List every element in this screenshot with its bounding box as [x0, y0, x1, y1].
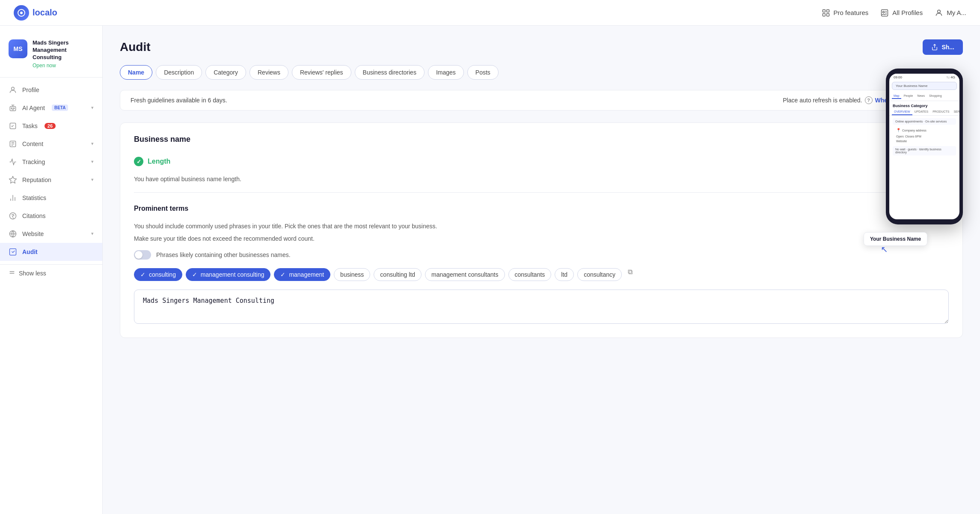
tab-name[interactable]: Name — [120, 65, 152, 80]
toggle-row: Phrases likely containing other business… — [134, 250, 949, 260]
toggle-knob — [135, 251, 143, 259]
phone-hours: Open: Closes 6PM — [893, 134, 956, 139]
auto-refresh-text: Place auto refresh is enabled. — [783, 97, 862, 104]
banner-text: Fresh guidelines available in 6 days. — [131, 97, 227, 104]
phone-tab-products: PRODUCTS — [930, 109, 951, 115]
website-icon — [9, 230, 17, 238]
sidebar-item-tracking[interactable]: Tracking ▾ — [0, 153, 102, 171]
sidebar-item-citations[interactable]: Citations — [0, 207, 102, 225]
sidebar-item-reputation[interactable]: Reputation ▾ — [0, 171, 102, 189]
tag-consulting-ltd[interactable]: consulting ltd — [374, 268, 422, 281]
phone-nav-news: News — [915, 93, 927, 99]
sidebar-profile: MS Mads Singers Management Consulting Op… — [0, 33, 102, 78]
my-account-nav[interactable]: My A... — [935, 9, 966, 17]
sidebar-item-audit[interactable]: Audit — [0, 243, 102, 261]
phone-nav-people: People — [902, 93, 915, 99]
svg-marker-15 — [9, 176, 17, 183]
phone-row-1: Online appointments · On-site services — [893, 118, 956, 125]
sidebar: MS Mads Singers Management Consulting Op… — [0, 26, 103, 514]
length-row: ✓ Length Details — [134, 154, 949, 169]
chevron-down-icon: ▾ — [91, 159, 94, 164]
length-label: ✓ Length — [134, 157, 170, 166]
chevron-down-icon: ▾ — [91, 231, 94, 236]
sidebar-item-tasks[interactable]: Tasks 26 — [0, 117, 102, 135]
layout: MS Mads Singers Management Consulting Op… — [0, 0, 980, 514]
sidebar-item-profile[interactable]: Profile — [0, 81, 102, 99]
tags-container: ✓ consulting ✓ management consulting ✓ m… — [134, 268, 949, 281]
audit-card: Business name ✓ Length Details You have … — [120, 123, 963, 338]
profile-info: Mads Singers Management Consulting Open … — [33, 39, 94, 69]
show-less[interactable]: Show less — [0, 264, 102, 282]
share-button[interactable]: Sh... — [923, 39, 963, 55]
phone-business-name: Business Category — [889, 101, 959, 109]
beta-badge: BETA — [52, 105, 68, 111]
tag-ltd[interactable]: ltd — [555, 268, 574, 281]
chevron-down-icon: ▾ — [91, 141, 94, 146]
svg-rect-6 — [882, 9, 888, 16]
tag-consultants[interactable]: consultants — [508, 268, 552, 281]
tag-consultancy[interactable]: consultancy — [577, 268, 622, 281]
tag-check-icon: ✓ — [192, 271, 197, 278]
tag-check-icon: ✓ — [280, 271, 285, 278]
map-pin-icon: 📍 — [896, 128, 901, 132]
svg-point-7 — [883, 11, 885, 13]
chevron-down-icon: ▾ — [91, 177, 94, 182]
svg-rect-10 — [10, 106, 15, 111]
tag-management-consultants[interactable]: management consultants — [425, 268, 505, 281]
tab-reviews-replies[interactable]: Reviews' replies — [292, 65, 351, 80]
main-content: Audit Sh... Name Description Category Re… — [103, 26, 980, 514]
help-icon[interactable]: ? — [865, 96, 873, 104]
pro-features-nav[interactable]: Pro features — [822, 9, 869, 17]
prominent-row: Prominent terms Details — [134, 201, 949, 216]
tab-images[interactable]: Images — [428, 65, 464, 80]
phone-status-bar: 09:00 ↑↓ 4G — [889, 74, 959, 80]
chevron-down-icon: ▾ — [91, 105, 94, 111]
tab-description[interactable]: Description — [156, 65, 202, 80]
phone-nav-map: Map — [892, 93, 901, 99]
phone-nav: Map People News Shopping — [889, 92, 959, 101]
tab-business-directories[interactable]: Business directories — [355, 65, 425, 80]
profile-name: Mads Singers Management Consulting — [33, 39, 94, 61]
top-nav: localo Pro features All Profiles — [0, 0, 980, 26]
sidebar-item-website[interactable]: Website ▾ — [0, 225, 102, 243]
logo-icon — [14, 5, 29, 21]
page-header: Audit Sh... — [120, 39, 963, 55]
logo[interactable]: localo — [14, 5, 57, 21]
phone-tab-updates: UPDATES — [912, 109, 931, 115]
sidebar-item-ai-agent[interactable]: AI Agent BETA ▾ — [0, 99, 102, 117]
tag-management-consulting[interactable]: ✓ management consulting — [186, 268, 271, 281]
prominent-label: Prominent terms — [134, 205, 188, 212]
reputation-icon — [9, 176, 17, 184]
tabs: Name Description Category Reviews Review… — [120, 65, 963, 80]
tab-category[interactable]: Category — [205, 65, 246, 80]
robot-icon — [9, 104, 17, 112]
tooltip-bubble: Your Business Name — [864, 232, 927, 246]
prominent-desc: You should include commonly used phrases… — [134, 222, 949, 231]
svg-rect-5 — [826, 13, 829, 16]
tag-consulting[interactable]: ✓ consulting — [134, 268, 182, 281]
check-icon: ✓ — [134, 157, 143, 166]
phone-tabs: OVERVIEW UPDATES PRODUCTS SERVICES — [889, 109, 959, 116]
svg-point-1 — [20, 12, 23, 14]
phone-screen: 09:00 ↑↓ 4G Your Business Name Map Peopl… — [889, 74, 959, 219]
card-title: Business name — [134, 135, 949, 144]
tag-management[interactable]: ✓ management — [274, 268, 330, 281]
citations-icon — [9, 212, 17, 220]
profile-status: Open now — [33, 63, 94, 69]
copy-icon[interactable]: ⧉ — [628, 268, 633, 281]
sidebar-item-statistics[interactable]: Statistics — [0, 189, 102, 207]
page-title: Audit — [120, 40, 151, 54]
business-name-input[interactable] — [134, 290, 949, 324]
word-count-note: Make sure your title does not exceed the… — [134, 234, 949, 243]
cursor-icon: ↖ — [881, 244, 888, 254]
tab-posts[interactable]: Posts — [467, 65, 499, 80]
svg-point-9 — [12, 87, 15, 90]
all-profiles-nav[interactable]: All Profiles — [880, 9, 923, 17]
audit-icon — [9, 248, 17, 256]
tab-reviews[interactable]: Reviews — [249, 65, 288, 80]
phone-website: Website — [893, 139, 956, 143]
sidebar-item-content[interactable]: Content ▾ — [0, 135, 102, 153]
phrases-toggle[interactable] — [134, 250, 151, 260]
tag-business[interactable]: business — [334, 268, 370, 281]
person-icon — [9, 86, 17, 94]
